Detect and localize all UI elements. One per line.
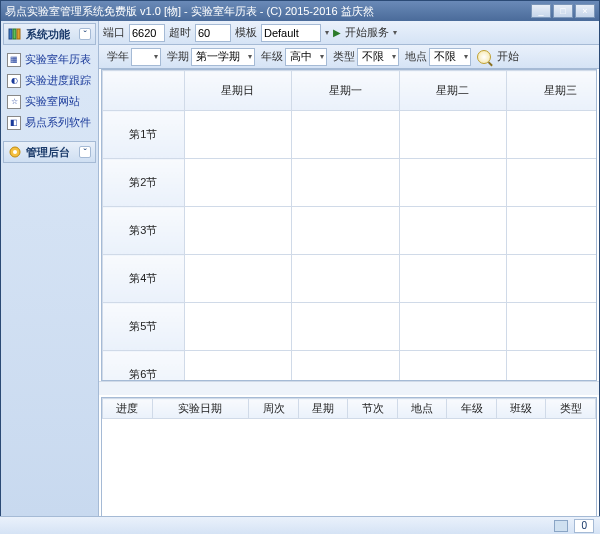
cell[interactable] — [184, 207, 291, 255]
period-header: 第1节 — [103, 111, 185, 159]
close-button[interactable]: × — [575, 4, 595, 18]
col-class: 班级 — [496, 399, 546, 419]
statusbar: 0 — [0, 516, 600, 534]
start-service-button[interactable]: 开始服务 — [345, 25, 389, 40]
svg-rect-0 — [9, 29, 12, 39]
gear-icon — [8, 145, 22, 159]
port-input[interactable] — [129, 24, 165, 42]
sidebar-item-software[interactable]: ◧易点系列软件 — [3, 112, 96, 133]
svg-point-4 — [13, 150, 17, 154]
type-select[interactable]: 不限 — [357, 48, 399, 66]
cell[interactable] — [292, 303, 399, 351]
empty-area — [103, 419, 596, 529]
cell[interactable] — [184, 159, 291, 207]
table-row: 第2节 — [103, 159, 598, 207]
panel-admin-title: 管理后台 — [26, 145, 70, 160]
cell[interactable] — [184, 255, 291, 303]
cell[interactable] — [184, 351, 291, 382]
year-label: 学年 — [107, 49, 129, 64]
status-count: 0 — [574, 519, 594, 533]
cell[interactable] — [184, 303, 291, 351]
detail-header-row: 进度 实验日期 周次 星期 节次 地点 年级 班级 类型 — [103, 399, 596, 419]
place-select[interactable]: 不限 — [429, 48, 471, 66]
sidebar-item-label: 实验室网站 — [25, 94, 80, 109]
table-row: 第5节 — [103, 303, 598, 351]
sidebar-item-progress[interactable]: ◐实验进度跟踪 — [3, 70, 96, 91]
start-filter-button[interactable]: 开始 — [497, 49, 519, 64]
cell[interactable] — [507, 351, 597, 382]
cell[interactable] — [292, 207, 399, 255]
template-dropdown-icon[interactable]: ▾ — [325, 28, 329, 37]
col-date: 实验日期 — [152, 399, 249, 419]
svg-rect-2 — [17, 29, 20, 39]
cell[interactable] — [399, 255, 506, 303]
cell[interactable] — [399, 159, 506, 207]
panel-admin-header[interactable]: 管理后台 ˇ — [3, 141, 96, 163]
cell[interactable] — [184, 111, 291, 159]
filterbar: 学年 学期 第一学期 年级 高中 类型 不限 地点 不限 开始 — [99, 45, 599, 69]
day-header: 星期一 — [292, 71, 399, 111]
sidebar-item-website[interactable]: ☆实验室网站 — [3, 91, 96, 112]
cell[interactable] — [507, 255, 597, 303]
template-label: 模板 — [235, 25, 257, 40]
corner-cell — [103, 71, 185, 111]
cell[interactable] — [292, 111, 399, 159]
place-label: 地点 — [405, 49, 427, 64]
col-progress: 进度 — [103, 399, 153, 419]
cell[interactable] — [292, 159, 399, 207]
books-icon — [8, 27, 22, 41]
panel-system-header[interactable]: 系统功能 ˇ — [3, 23, 96, 45]
cell[interactable] — [399, 207, 506, 255]
sidebar-item-label: 实验进度跟踪 — [25, 73, 91, 88]
cell[interactable] — [507, 111, 597, 159]
day-header: 星期日 — [184, 71, 291, 111]
year-select[interactable] — [131, 48, 161, 66]
panel-system-title: 系统功能 — [26, 27, 70, 42]
detail-grid[interactable]: 进度 实验日期 周次 星期 节次 地点 年级 班级 类型 — [101, 397, 597, 533]
search-icon — [477, 50, 491, 64]
col-week: 周次 — [249, 399, 299, 419]
day-header: 星期二 — [399, 71, 506, 111]
globe-icon: ☆ — [7, 95, 21, 109]
toolbar: 端口 超时 模板 ▾ ▶ 开始服务 ▾ — [99, 21, 599, 45]
grade-label: 年级 — [261, 49, 283, 64]
grade-select[interactable]: 高中 — [285, 48, 327, 66]
cell[interactable] — [399, 303, 506, 351]
table-row: 第3节 — [103, 207, 598, 255]
play-icon: ▶ — [333, 27, 341, 38]
col-period: 节次 — [348, 399, 398, 419]
cell[interactable] — [292, 255, 399, 303]
status-icon[interactable] — [554, 520, 568, 532]
cell[interactable] — [292, 351, 399, 382]
term-select[interactable]: 第一学期 — [191, 48, 255, 66]
cell[interactable] — [399, 351, 506, 382]
col-grade: 年级 — [447, 399, 497, 419]
maximize-button[interactable]: □ — [553, 4, 573, 18]
timeout-input[interactable] — [195, 24, 231, 42]
cell[interactable] — [507, 303, 597, 351]
package-icon: ◧ — [7, 116, 21, 130]
period-header: 第4节 — [103, 255, 185, 303]
table-row: 第6节 — [103, 351, 598, 382]
day-header-row: 星期日 星期一 星期二 星期三 星 — [103, 71, 598, 111]
cell[interactable] — [399, 111, 506, 159]
term-label: 学期 — [167, 49, 189, 64]
hscroll[interactable] — [99, 381, 599, 395]
col-weekday: 星期 — [298, 399, 348, 419]
chevron-down-icon: ˇ — [79, 146, 91, 158]
port-label: 端口 — [103, 25, 125, 40]
start-dropdown-icon[interactable]: ▾ — [393, 28, 397, 37]
window-title: 易点实验室管理系统免费版 v1.0 [物] - 实验室年历表 - (C) 201… — [5, 4, 531, 19]
titlebar: 易点实验室管理系统免费版 v1.0 [物] - 实验室年历表 - (C) 201… — [1, 1, 599, 21]
minimize-button[interactable]: _ — [531, 4, 551, 18]
sidebar-item-calendar[interactable]: ▦实验室年历表 — [3, 49, 96, 70]
period-header: 第2节 — [103, 159, 185, 207]
calendar-grid[interactable]: 星期日 星期一 星期二 星期三 星 第1节 第2节 第3节 第4节 第5节 第6… — [101, 69, 597, 381]
day-header: 星期三 — [507, 71, 597, 111]
cell[interactable] — [507, 159, 597, 207]
template-input[interactable] — [261, 24, 321, 42]
table-row: 第4节 — [103, 255, 598, 303]
cell[interactable] — [507, 207, 597, 255]
period-header: 第5节 — [103, 303, 185, 351]
sidebar-item-label: 易点系列软件 — [25, 115, 91, 130]
